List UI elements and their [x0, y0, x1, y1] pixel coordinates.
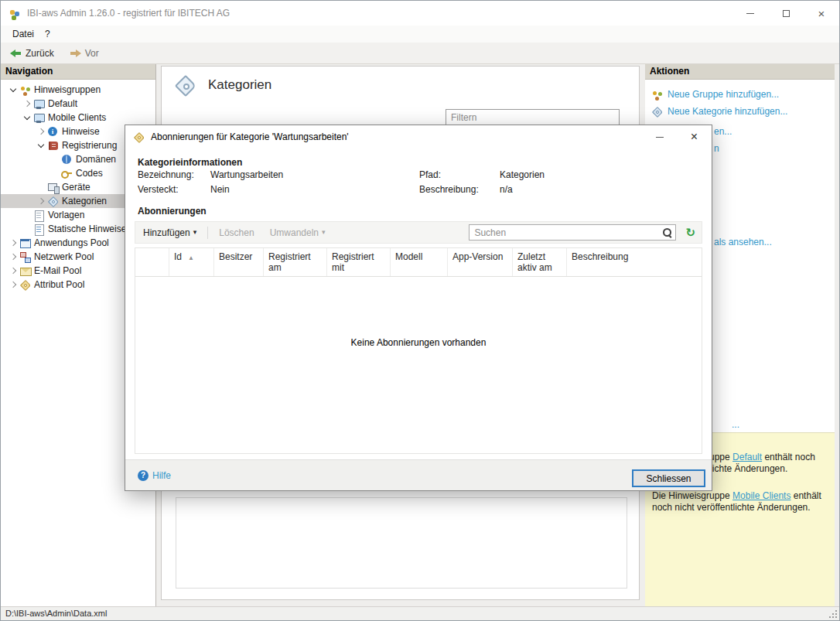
- delete-button[interactable]: Löschen: [214, 225, 258, 241]
- help-icon: ?: [138, 470, 149, 481]
- chevron-down-icon: ▾: [193, 229, 197, 236]
- dialog-title: Abonnierungen für Kategorie 'Wartungsarb…: [151, 131, 349, 142]
- convert-button[interactable]: Umwandeln ▾: [265, 225, 330, 241]
- column-selector: [135, 248, 169, 276]
- notification-link-mobile-clients[interactable]: Mobile Clients: [732, 490, 790, 501]
- registration-icon: [47, 140, 59, 152]
- toolbar-separator: [207, 227, 208, 239]
- add-button[interactable]: Hinzufügen ▾: [138, 225, 201, 241]
- action-add-category[interactable]: Neue Kategorie hinzufügen...: [645, 103, 835, 120]
- action-link-fragment[interactable]: en...: [714, 126, 732, 137]
- column-label: Id: [174, 251, 182, 262]
- field-label-beschreibung: Beschreibung:: [419, 184, 479, 195]
- column-label: Besitzer: [219, 251, 252, 262]
- action-link-fragment[interactable]: ...: [732, 419, 739, 430]
- content-detail-box: [176, 497, 627, 589]
- action-links: Neue Gruppe hinzufügen... Neue Kategorie…: [645, 80, 835, 120]
- app-icon: [8, 8, 19, 19]
- chevron-spacer: [21, 223, 33, 235]
- column-app-version[interactable]: App-Version: [448, 248, 513, 276]
- back-button[interactable]: Zurück: [5, 46, 59, 61]
- window-controls: ×: [732, 1, 839, 26]
- search-icon[interactable]: [661, 227, 673, 238]
- static-notes-icon: [33, 223, 45, 235]
- action-link-fragment[interactable]: n: [714, 143, 719, 154]
- dialog-titlebar[interactable]: Abonnierungen für Kategorie 'Wartungsarb…: [125, 125, 712, 148]
- schliessen-button[interactable]: Schliessen: [632, 469, 705, 487]
- tree-item-hinweisgruppen[interactable]: Hinweisgruppen: [1, 83, 155, 97]
- status-path: D:\IBI-aws\Admin\Data.xml: [5, 609, 107, 618]
- chevron-right-icon[interactable]: [35, 125, 47, 138]
- column-modell[interactable]: Modell: [391, 248, 448, 276]
- chevron-spacer: [49, 153, 61, 165]
- section-header-abonnierungen: Abonnierungen: [138, 206, 207, 217]
- filter-box: [446, 109, 620, 125]
- dialog-minimize-button[interactable]: [642, 125, 677, 148]
- minimize-icon: [656, 137, 664, 138]
- refresh-icon[interactable]: ↻: [685, 227, 695, 238]
- chevron-right-icon[interactable]: [21, 97, 33, 110]
- close-button[interactable]: ×: [804, 1, 839, 26]
- tag-icon: [47, 196, 59, 207]
- mail-pool-icon: [19, 265, 31, 277]
- chevron-right-icon[interactable]: [7, 237, 19, 249]
- window-title: IBI-aws Admin 1.26.0 - registriert für I…: [27, 8, 230, 19]
- chevron-down-icon[interactable]: [35, 139, 47, 152]
- chevron-right-icon[interactable]: [7, 278, 19, 291]
- computer-icon: [33, 112, 45, 124]
- menu-help[interactable]: ?: [39, 27, 56, 41]
- chevron-right-icon[interactable]: [7, 251, 19, 263]
- notification-link-default[interactable]: Default: [732, 452, 762, 462]
- column-registriert-mit[interactable]: Registriert mit: [327, 248, 391, 276]
- filter-input[interactable]: [446, 109, 620, 125]
- chevron-spacer: [21, 209, 33, 221]
- tree-item-label: Registrierung: [62, 140, 117, 151]
- column-id[interactable]: Id ▲: [169, 248, 214, 276]
- action-label: Neue Kategorie hinzufügen...: [668, 106, 787, 117]
- add-group-icon: [651, 89, 663, 101]
- navigation-header: Navigation: [1, 64, 155, 80]
- app-window: IBI-aws Admin 1.26.0 - registriert für I…: [0, 0, 840, 621]
- maximize-button[interactable]: [768, 1, 804, 26]
- category-page-icon: [172, 73, 197, 97]
- chevron-down-icon[interactable]: [21, 111, 33, 124]
- action-link-fragment[interactable]: als ansehen...: [714, 237, 772, 247]
- titlebar[interactable]: IBI-aws Admin 1.26.0 - registriert für I…: [1, 1, 839, 26]
- maximize-icon: [783, 10, 790, 17]
- action-add-group[interactable]: Neue Gruppe hinzufügen...: [645, 86, 835, 103]
- minimize-icon: [746, 13, 754, 14]
- minimize-button[interactable]: [732, 1, 768, 26]
- forward-button[interactable]: Vor: [65, 46, 104, 61]
- dialog-icon: [133, 131, 145, 143]
- dialog-close-button[interactable]: ×: [677, 125, 712, 148]
- chevron-down-icon[interactable]: [7, 84, 19, 96]
- column-label: Registriert am: [268, 251, 322, 273]
- notification-text: Die Hinweisgruppe: [652, 490, 732, 501]
- menu-datei[interactable]: Datei: [7, 27, 39, 41]
- action-label: Neue Gruppe hinzufügen...: [668, 89, 779, 100]
- column-label: App-Version: [452, 251, 503, 262]
- tree-item-label: Attribut Pool: [34, 279, 84, 290]
- chevron-right-icon[interactable]: [7, 264, 19, 277]
- field-label-versteckt: Versteckt:: [138, 184, 179, 195]
- chevron-right-icon[interactable]: [35, 195, 47, 207]
- tree-item-mobile-clients[interactable]: Mobile Clients: [1, 111, 155, 125]
- table-header-row: Id ▲ Besitzer Registriert am Registriert…: [135, 248, 702, 277]
- template-icon: [33, 210, 45, 221]
- column-registriert-am[interactable]: Registriert am: [264, 248, 327, 276]
- tree-item-label: Mobile Clients: [48, 112, 106, 123]
- resize-grip[interactable]: [828, 609, 837, 618]
- delete-label: Löschen: [219, 227, 254, 238]
- tree-item-label: Kategorien: [62, 196, 107, 206]
- tree-item-default[interactable]: Default: [1, 97, 155, 111]
- menubar: Datei ?: [1, 26, 839, 43]
- chevron-spacer: [35, 181, 47, 193]
- dialog-toolbar: Hinzufügen ▾ Löschen Umwandeln ▾ ↻: [135, 221, 702, 244]
- field-value-pfad: Kategorien: [500, 169, 545, 180]
- search-input[interactable]: [469, 224, 676, 241]
- column-zuletzt-aktiv-am[interactable]: Zuletzt aktiv am: [513, 248, 567, 276]
- column-beschreibung[interactable]: Beschreibung: [567, 248, 702, 276]
- column-besitzer[interactable]: Besitzer: [214, 248, 264, 276]
- app-pool-icon: [19, 237, 31, 249]
- help-link[interactable]: ? Hilfe: [138, 470, 171, 481]
